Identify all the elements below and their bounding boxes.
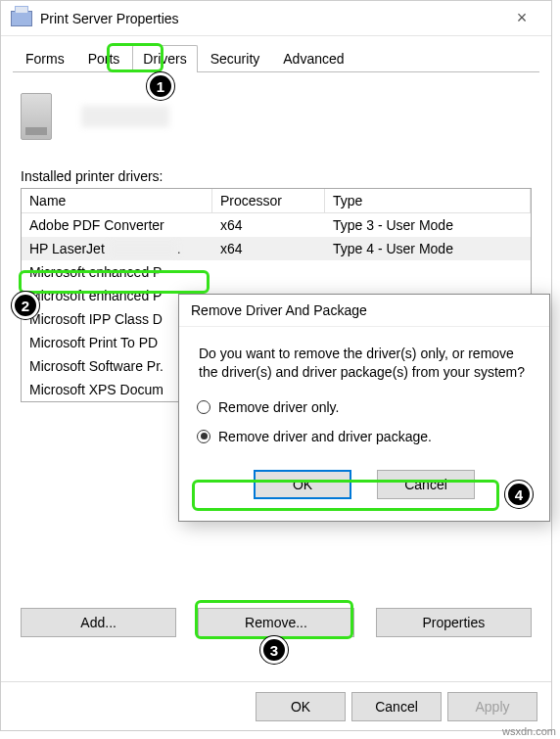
printer-icon	[11, 11, 32, 26]
properties-button[interactable]: Properties	[376, 608, 532, 637]
table-row[interactable]: Adobe PDF Converterx64Type 3 - User Mode	[22, 213, 531, 237]
dialog-footer: OK Cancel Apply	[1, 681, 551, 730]
tab-ports[interactable]: Ports	[77, 45, 131, 72]
remove-button[interactable]: Remove...	[198, 608, 353, 637]
dialog-ok-button[interactable]: OK	[254, 470, 351, 499]
cell-processor: x64	[212, 237, 325, 260]
radio-label: Remove driver only.	[218, 399, 339, 415]
col-type[interactable]: Type	[325, 189, 531, 213]
dialog-title: Remove Driver And Package	[179, 295, 549, 327]
watermark: wsxdn.com	[502, 725, 556, 737]
ok-button[interactable]: OK	[256, 692, 346, 721]
radio-remove-driver-and-package[interactable]: Remove driver and driver package.	[197, 429, 549, 444]
titlebar: Print Server Properties ×	[1, 1, 551, 36]
radio-icon	[197, 430, 210, 443]
driver-action-buttons: Add... Remove... Properties	[1, 608, 551, 637]
tab-security[interactable]: Security	[200, 45, 271, 72]
grid-header: Name Processor Type	[22, 189, 531, 213]
server-icon	[21, 93, 52, 140]
installed-drivers-label: Installed printer drivers:	[21, 168, 532, 184]
col-name[interactable]: Name	[22, 189, 212, 213]
cell-type	[325, 260, 531, 284]
cancel-button[interactable]: Cancel	[351, 692, 442, 721]
col-processor[interactable]: Processor	[212, 189, 325, 213]
cell-processor: x64	[212, 213, 325, 237]
tabstrip: Forms Ports Drivers Security Advanced	[1, 36, 551, 71]
server-name-blurred	[81, 106, 169, 127]
table-row[interactable]: Microsoft enhanced P	[22, 260, 531, 284]
table-row[interactable]: HP LaserJet .x64Type 4 - User Mode	[22, 237, 531, 260]
cell-name: HP LaserJet .	[22, 237, 212, 260]
cell-type: Type 3 - User Mode	[325, 213, 531, 237]
apply-button: Apply	[447, 692, 537, 721]
remove-driver-dialog: Remove Driver And Package Do you want to…	[178, 294, 550, 522]
tab-advanced[interactable]: Advanced	[272, 45, 354, 72]
add-button[interactable]: Add...	[21, 608, 176, 637]
close-icon[interactable]: ×	[502, 8, 541, 28]
cell-type: Type 4 - User Mode	[325, 237, 531, 260]
tab-drivers[interactable]: Drivers	[132, 45, 197, 72]
cell-processor	[212, 260, 325, 284]
cell-name: Adobe PDF Converter	[22, 213, 212, 237]
badge-1: 1	[147, 72, 174, 100]
radio-label: Remove driver and driver package.	[218, 429, 432, 444]
dialog-message: Do you want to remove the driver(s) only…	[179, 327, 549, 386]
dialog-cancel-button[interactable]: Cancel	[377, 470, 475, 499]
badge-4: 4	[505, 481, 533, 508]
window-title: Print Server Properties	[40, 11, 502, 26]
badge-3: 3	[260, 636, 288, 664]
badge-2: 2	[12, 292, 39, 319]
tab-forms[interactable]: Forms	[15, 45, 75, 72]
radio-remove-driver-only[interactable]: Remove driver only.	[197, 399, 549, 415]
radio-icon	[197, 400, 210, 414]
cell-name: Microsoft enhanced P	[22, 260, 212, 284]
